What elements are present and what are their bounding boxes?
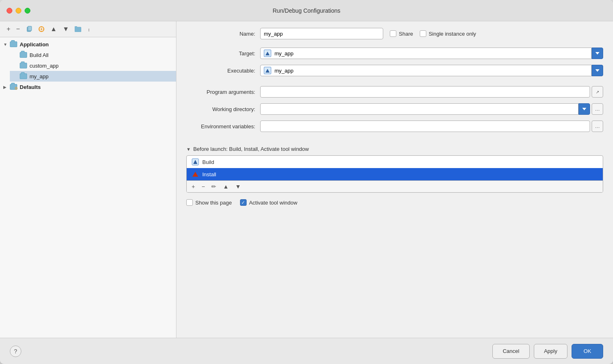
name-input[interactable] (260, 28, 383, 39)
cmake-triangle-icon (265, 52, 270, 55)
target-label: Target: (186, 50, 260, 57)
before-launch-arrow-icon[interactable]: ▼ (186, 147, 191, 152)
install-icon (192, 171, 199, 178)
close-button[interactable] (7, 8, 12, 14)
tree-application-group[interactable]: ▼ Application (0, 39, 176, 50)
application-arrow: ▼ (3, 42, 10, 47)
target-combo: my_app (260, 48, 603, 59)
executable-combo: my_app (260, 65, 603, 76)
launch-list-toolbar: + − ✏ ▲ ▼ (187, 180, 603, 192)
my-app-folder-icon (20, 73, 27, 80)
target-value: my_app (274, 50, 293, 57)
defaults-arrow: ▶ (3, 85, 10, 89)
application-label: Application (20, 41, 49, 48)
window-title: Run/Debug Configurations (273, 7, 341, 14)
configuration-tree: ▼ Application Build All (0, 37, 176, 338)
footer-buttons: Cancel Apply OK (492, 344, 603, 359)
launch-edit-button[interactable]: ✏ (210, 182, 218, 191)
executable-label: Executable: (186, 68, 260, 74)
svg-point-3 (41, 28, 42, 30)
activate-window-checkbox[interactable]: ✓ (240, 199, 247, 206)
share-label: Share (399, 31, 413, 37)
move-down-button[interactable]: ▼ (61, 25, 71, 34)
copy-config-button[interactable] (24, 25, 34, 33)
launch-down-button[interactable]: ▼ (233, 182, 242, 191)
executable-row: Executable: my_app (186, 65, 603, 76)
application-folder-icon (10, 41, 17, 48)
cancel-button[interactable]: Cancel (492, 344, 529, 359)
bottom-checkboxes: Show this page ✓ Activate tool window (186, 199, 603, 206)
program-args-expand-button[interactable]: ↗ (592, 86, 603, 98)
working-dir-dropdown-button[interactable] (579, 103, 590, 115)
activate-window-label: Activate tool window (249, 200, 297, 206)
share-checkbox[interactable] (390, 30, 396, 37)
title-bar: Run/Debug Configurations (0, 0, 613, 21)
maximize-button[interactable] (25, 8, 30, 14)
tree-item-custom-app[interactable]: custom_app (10, 60, 176, 71)
working-dir-row: Working directory: … (186, 103, 603, 115)
working-dir-label: Working directory: (186, 106, 260, 112)
help-button[interactable]: ? (10, 346, 21, 357)
header-checkboxes: Share Single instance only (390, 30, 476, 37)
launch-add-button[interactable]: + (190, 182, 197, 191)
single-instance-label: Single instance only (429, 31, 476, 37)
env-vars-input[interactable] (260, 121, 590, 132)
my-app-label: my_app (30, 73, 48, 80)
working-dir-browse-button[interactable]: … (592, 103, 603, 115)
launch-item-install[interactable]: Install (187, 168, 603, 180)
program-args-label: Program arguments: (186, 89, 260, 95)
tools-button[interactable] (37, 25, 46, 33)
tree-defaults-group[interactable]: ▶ ⚙ Defaults (0, 82, 176, 92)
launch-item-build[interactable]: Build (187, 156, 603, 168)
install-item-label: Install (202, 171, 216, 177)
single-instance-checkbox[interactable] (420, 30, 426, 37)
apply-button[interactable]: Apply (534, 344, 568, 359)
before-launch-list: Build Install + − ✏ ▲ ▼ (186, 155, 603, 193)
ok-button[interactable]: OK (572, 344, 603, 359)
executable-cmake-triangle-icon (265, 69, 270, 73)
env-vars-label: Environment variables: (186, 123, 260, 130)
executable-value: my_app (274, 68, 293, 74)
launch-up-button[interactable]: ▲ (221, 182, 230, 191)
program-args-input[interactable] (260, 86, 590, 98)
show-page-check-item: Show this page (186, 199, 232, 206)
sort-button[interactable]: ↕ (85, 25, 94, 33)
footer: ? Cancel Apply OK (0, 338, 613, 364)
build-item-label: Build (202, 159, 214, 165)
move-up-button[interactable]: ▲ (49, 25, 59, 34)
install-triangle-icon (192, 172, 198, 177)
folder-button[interactable] (73, 25, 83, 33)
add-config-button[interactable]: + (5, 25, 12, 34)
executable-combo-box[interactable]: my_app (260, 65, 592, 76)
spacer-1 (186, 82, 603, 86)
tree-item-build-all[interactable]: Build All (10, 50, 176, 60)
minimize-button[interactable] (16, 8, 21, 14)
traffic-lights (7, 8, 30, 14)
executable-dropdown-button[interactable] (592, 65, 603, 76)
activate-window-check-item: ✓ Activate tool window (240, 199, 297, 206)
before-launch-label: Before launch: Build, Install, Activate … (193, 146, 309, 152)
program-args-row: Program arguments: ↗ (186, 86, 603, 98)
name-row: Name: Share Single instance only (186, 28, 603, 39)
tree-item-my-app[interactable]: my_app (10, 71, 176, 82)
remove-config-button[interactable]: − (14, 25, 21, 34)
launch-remove-button[interactable]: − (200, 182, 206, 191)
env-vars-row: Environment variables: … (186, 121, 603, 132)
target-combo-box[interactable]: my_app (260, 48, 592, 59)
build-icon (192, 158, 199, 166)
executable-cmake-icon (264, 67, 271, 74)
show-page-checkbox[interactable] (186, 199, 193, 206)
env-vars-browse-button[interactable]: … (592, 121, 603, 132)
spacer-2 (186, 138, 603, 146)
show-page-label: Show this page (195, 200, 232, 206)
right-panel: Name: Share Single instance only Target: (176, 21, 613, 338)
svg-text:↕: ↕ (88, 27, 90, 32)
target-cmake-icon (264, 50, 271, 57)
working-dir-input[interactable] (260, 103, 579, 115)
target-dropdown-button[interactable] (592, 48, 603, 59)
tree-toolbar: + − (0, 21, 176, 37)
defaults-gear-icon: ⚙ (10, 83, 17, 91)
left-panel: + − (0, 21, 176, 338)
main-window: Run/Debug Configurations + − (0, 0, 613, 364)
custom-app-label: custom_app (30, 63, 59, 69)
